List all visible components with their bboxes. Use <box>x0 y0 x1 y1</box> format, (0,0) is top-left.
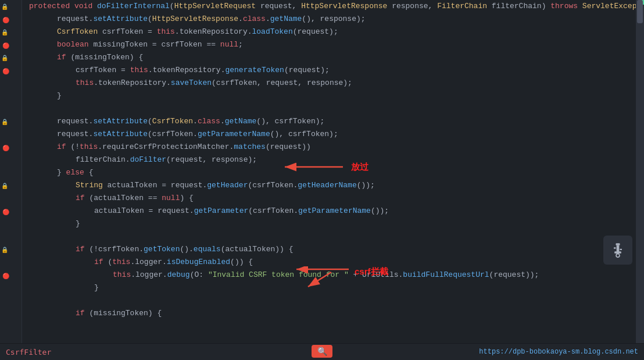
search-button[interactable]: 🔍 <box>312 345 332 358</box>
usb-icon <box>603 236 632 265</box>
code-line-13: filterChain.doFilter(request, response); <box>22 154 636 166</box>
code-line-21: if (this.logger.isDebugEnabled()) { <box>22 256 636 269</box>
scrollbar-thumb[interactable] <box>637 0 643 23</box>
code-line-2: request.setAttribute(HttpServletResponse… <box>22 13 636 26</box>
svg-rect-5 <box>616 243 620 245</box>
code-line-18: } <box>22 218 636 230</box>
code-line-15: String actualToken = request.getHeader(c… <box>22 179 636 192</box>
code-line-16: if (actualToken == null) { <box>22 192 636 205</box>
code-line-23: } <box>22 281 636 294</box>
code-line-8: } <box>22 90 636 102</box>
code-line-22: this.logger.debug(O: "Invalid CSRF token… <box>22 269 636 281</box>
code-line-3: CsrfToken csrfToken = this.tokenReposito… <box>22 26 636 38</box>
search-icon: 🔍 <box>317 347 327 357</box>
code-line-9 <box>22 102 636 115</box>
svg-point-8 <box>616 254 620 257</box>
code-line-6: csrfToken = this.tokenRepository.generat… <box>22 64 636 77</box>
code-editor: protected void doFilterInternal(HttpServ… <box>22 0 636 343</box>
code-line-11: request.setAttribute(csrfToken.getParame… <box>22 128 636 141</box>
code-line-7: this.tokenRepository.saveToken(csrfToken… <box>22 77 636 90</box>
code-line-12: if (!this.requireCsrfProtectionMatcher.m… <box>22 141 636 154</box>
code-line-25: if (missingToken) { <box>22 307 636 320</box>
code-line-24 <box>22 294 636 307</box>
code-line-4: boolean missingToken = csrfToken == null… <box>22 38 636 51</box>
code-line-14: } else { <box>22 166 636 179</box>
code-line-1: protected void doFilterInternal(HttpServ… <box>22 0 636 13</box>
line-number-gutter: 🔒 🔴 🔒 🔴 🔒 🔴 🔒 🔴 🔒 🔴 🔒 <box>0 0 22 343</box>
svg-rect-7 <box>614 251 621 254</box>
code-line-10: request.setAttribute(CsrfToken.class.get… <box>22 115 636 128</box>
status-filename: CsrfFilter <box>6 348 51 357</box>
vertical-scrollbar[interactable] <box>636 0 644 343</box>
svg-rect-10 <box>620 249 622 250</box>
code-line-20: if (!csrfToken.getToken().equals(actualT… <box>22 243 636 256</box>
code-line-19 <box>22 230 636 243</box>
code-line-17: actualToken = request.getParameter(csrfT… <box>22 205 636 218</box>
status-url: https://dpb-bobokaoya-sm.blog.csdn.net <box>479 348 638 356</box>
svg-rect-9 <box>614 247 616 248</box>
status-bar: CsrfFilter 🔍 https://dpb-bobokaoya-sm.bl… <box>0 343 644 360</box>
code-line-5: if (missingToken) { <box>22 51 636 64</box>
